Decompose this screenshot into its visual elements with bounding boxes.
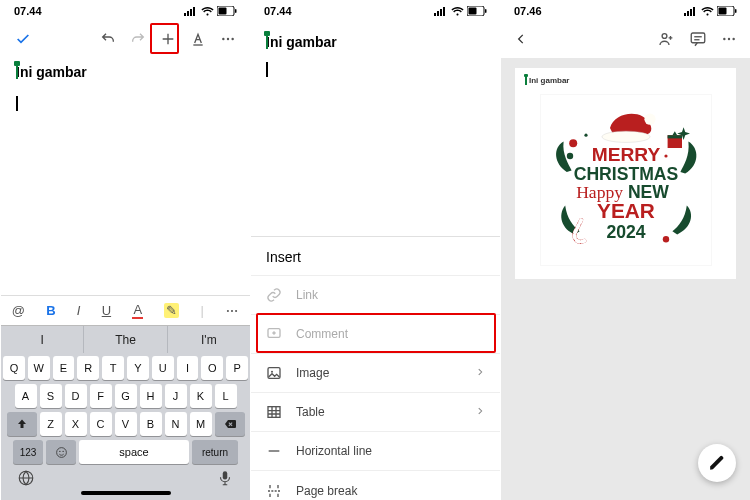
key-y[interactable]: Y <box>127 356 149 380</box>
shift-icon <box>16 418 28 430</box>
undo-icon[interactable] <box>100 31 116 47</box>
document-title[interactable]: Ini gambar <box>251 20 500 52</box>
svg-text:Happy: Happy <box>576 182 623 202</box>
redo-icon[interactable] <box>130 31 146 47</box>
document-page[interactable]: Ini gambar <box>515 68 736 279</box>
key-v[interactable]: V <box>115 412 137 436</box>
emoji-key[interactable] <box>46 440 76 464</box>
format-more-icon[interactable] <box>225 304 239 318</box>
suggestion-2[interactable]: The <box>84 326 167 353</box>
key-d[interactable]: D <box>65 384 87 408</box>
underline-button[interactable]: U <box>102 303 111 318</box>
svg-point-53 <box>664 154 667 157</box>
key-z[interactable]: Z <box>40 412 62 436</box>
svg-point-39 <box>662 34 667 39</box>
key-q[interactable]: Q <box>3 356 25 380</box>
key-g[interactable]: G <box>115 384 137 408</box>
key-l[interactable]: L <box>215 384 237 408</box>
svg-rect-24 <box>469 8 477 15</box>
key-w[interactable]: W <box>28 356 50 380</box>
key-a[interactable]: A <box>15 384 37 408</box>
document-body[interactable] <box>1 84 250 295</box>
edit-fab[interactable] <box>698 444 736 482</box>
key-x[interactable]: X <box>65 412 87 436</box>
document-title[interactable]: Ini gambar <box>1 58 250 84</box>
backspace-icon <box>223 418 237 430</box>
battery-icon <box>717 6 737 16</box>
svg-rect-6 <box>235 9 237 13</box>
key-m[interactable]: M <box>190 412 212 436</box>
share-person-add-icon[interactable] <box>657 30 675 48</box>
key-i[interactable]: I <box>177 356 199 380</box>
italic-button[interactable]: I <box>77 303 81 318</box>
key-t[interactable]: T <box>102 356 124 380</box>
back-chevron-icon[interactable] <box>514 32 528 46</box>
highlight-button[interactable]: ✎ <box>164 303 179 318</box>
svg-rect-18 <box>223 471 228 479</box>
numbers-key[interactable]: 123 <box>13 440 43 464</box>
inserted-image[interactable]: MERRY CHRISTMAS Happy NEW YEAR 2024 <box>541 95 711 265</box>
insert-image-row[interactable]: Image <box>251 354 500 393</box>
key-s[interactable]: S <box>40 384 62 408</box>
key-f[interactable]: F <box>90 384 112 408</box>
more-icon[interactable] <box>721 31 737 47</box>
status-bar: 07.46 <box>501 0 750 20</box>
return-key[interactable]: return <box>192 440 238 464</box>
svg-rect-37 <box>719 8 727 15</box>
suggestion-1[interactable]: I <box>1 326 84 353</box>
insert-comment-row[interactable]: Comment <box>251 315 500 354</box>
soft-keyboard: Q W E R T Y U I O P A S D F G H J K L Z <box>1 353 250 500</box>
svg-rect-3 <box>193 7 195 16</box>
svg-point-50 <box>569 139 577 147</box>
document-title-text: Ini gambar <box>266 34 337 50</box>
format-divider: | <box>201 303 204 318</box>
suggestion-3[interactable]: I'm <box>168 326 250 353</box>
key-o[interactable]: O <box>201 356 223 380</box>
key-n[interactable]: N <box>165 412 187 436</box>
mic-icon[interactable] <box>216 469 234 487</box>
document-title: Ini gambar <box>525 76 726 85</box>
key-j[interactable]: J <box>165 384 187 408</box>
bold-button[interactable]: B <box>46 303 55 318</box>
screenshot-panel-result: 07.46 Ini gambar <box>500 0 750 500</box>
svg-rect-21 <box>440 9 442 16</box>
insert-plus-icon[interactable] <box>160 31 176 47</box>
wifi-icon <box>701 7 714 16</box>
text-format-icon[interactable] <box>190 31 206 47</box>
key-h[interactable]: H <box>140 384 162 408</box>
insert-link-row[interactable]: Link <box>251 276 500 315</box>
globe-icon[interactable] <box>17 469 35 487</box>
text-color-button[interactable]: A <box>132 302 143 319</box>
key-row-1: Q W E R T Y U I O P <box>3 356 248 380</box>
space-key[interactable]: space <box>79 440 189 464</box>
status-bar: 07.44 <box>251 0 500 20</box>
collab-cursor-icon <box>16 64 18 79</box>
status-time: 07.44 <box>14 5 42 17</box>
row-label: Horizontal line <box>296 444 485 458</box>
done-check-icon[interactable] <box>15 31 31 47</box>
key-k[interactable]: K <box>190 384 212 408</box>
mention-icon[interactable]: @ <box>12 303 25 318</box>
key-row-4: 123 space return <box>3 440 248 464</box>
status-indicators <box>684 6 737 16</box>
more-icon[interactable] <box>220 31 236 47</box>
key-r[interactable]: R <box>77 356 99 380</box>
svg-point-16 <box>62 450 63 451</box>
insert-pagebreak-row[interactable]: Page break <box>251 471 500 500</box>
svg-point-47 <box>644 114 655 125</box>
key-p[interactable]: P <box>226 356 248 380</box>
key-c[interactable]: C <box>90 412 112 436</box>
svg-point-15 <box>59 450 60 451</box>
key-e[interactable]: E <box>53 356 75 380</box>
insert-table-row[interactable]: Table <box>251 393 500 432</box>
comments-icon[interactable] <box>689 30 707 48</box>
key-u[interactable]: U <box>152 356 174 380</box>
insert-hr-row[interactable]: Horizontal line <box>251 432 500 471</box>
image-icon <box>266 365 282 381</box>
shift-key[interactable] <box>7 412 37 436</box>
svg-rect-38 <box>735 9 737 13</box>
key-b[interactable]: B <box>140 412 162 436</box>
svg-text:YEAR: YEAR <box>597 199 655 222</box>
backspace-key[interactable] <box>215 412 245 436</box>
svg-rect-40 <box>691 33 705 43</box>
